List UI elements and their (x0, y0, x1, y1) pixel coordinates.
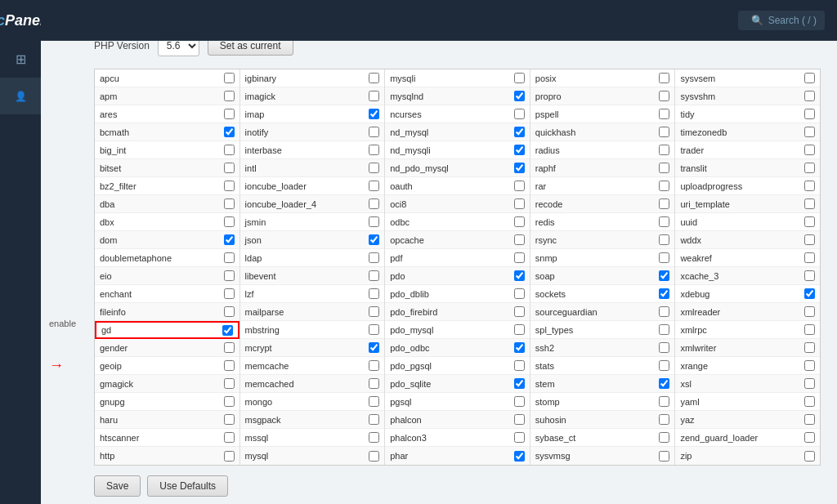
ext-checkbox-dbx[interactable] (224, 216, 235, 227)
ext-checkbox-interbase[interactable] (369, 145, 379, 155)
ext-checkbox-mongo[interactable] (369, 396, 379, 407)
ext-checkbox-ioncube_loader_4[interactable] (369, 198, 379, 209)
ext-checkbox-suhosin[interactable] (659, 414, 669, 425)
ext-checkbox-uuid[interactable] (804, 216, 815, 227)
ext-checkbox-zend_guard_loader[interactable] (804, 432, 815, 443)
ext-checkbox-pdo_pgsql[interactable] (514, 360, 525, 371)
ext-checkbox-igbinary[interactable] (369, 73, 379, 83)
ext-checkbox-inotify[interactable] (369, 127, 379, 137)
ext-checkbox-big_int[interactable] (224, 145, 235, 155)
ext-checkbox-gender[interactable] (224, 342, 235, 353)
ext-checkbox-phar[interactable] (514, 451, 525, 462)
ext-checkbox-pspell[interactable] (659, 109, 669, 119)
ext-checkbox-htscanner[interactable] (224, 432, 235, 443)
ext-checkbox-bitset[interactable] (224, 163, 235, 173)
ext-checkbox-mbstring[interactable] (369, 324, 379, 335)
ext-checkbox-doublemetaphone[interactable] (224, 252, 235, 263)
ext-checkbox-tidy[interactable] (804, 109, 815, 119)
sidebar-item-users[interactable]: 👤 (0, 78, 41, 114)
ext-checkbox-imap[interactable] (369, 109, 379, 119)
ext-checkbox-rar[interactable] (659, 181, 669, 191)
ext-checkbox-stem[interactable] (659, 378, 669, 389)
ext-checkbox-stomp[interactable] (659, 396, 669, 407)
ext-checkbox-eio[interactable] (224, 270, 235, 281)
ext-checkbox-yaml[interactable] (804, 396, 815, 407)
ext-checkbox-nd_mysqli[interactable] (514, 145, 525, 155)
ext-checkbox-trader[interactable] (804, 145, 815, 155)
ext-checkbox-ares[interactable] (224, 109, 235, 119)
ext-checkbox-spl_types[interactable] (659, 324, 669, 335)
ext-checkbox-soap[interactable] (659, 270, 669, 281)
ext-checkbox-xrange[interactable] (804, 360, 815, 371)
ext-checkbox-translit[interactable] (804, 163, 815, 173)
ext-checkbox-zip[interactable] (804, 451, 815, 462)
ext-checkbox-wddx[interactable] (804, 234, 815, 245)
ext-checkbox-msgpack[interactable] (369, 414, 379, 425)
ext-checkbox-json[interactable] (369, 234, 379, 245)
ext-checkbox-pdf[interactable] (514, 252, 525, 263)
ext-checkbox-pdo[interactable] (514, 270, 525, 281)
ext-checkbox-timezonedb[interactable] (804, 127, 815, 137)
ext-checkbox-bcmath[interactable] (224, 127, 235, 137)
ext-checkbox-radius[interactable] (659, 145, 669, 155)
ext-checkbox-phalcon3[interactable] (514, 432, 525, 443)
ext-checkbox-memcache[interactable] (369, 360, 379, 371)
ext-checkbox-oci8[interactable] (514, 198, 525, 209)
use-defaults-button[interactable]: Use Defaults (147, 475, 228, 497)
ext-checkbox-geoip[interactable] (224, 360, 235, 371)
ext-checkbox-sockets[interactable] (659, 288, 669, 299)
ext-checkbox-nd_mysql[interactable] (514, 127, 525, 137)
ext-checkbox-fileinfo[interactable] (224, 306, 235, 317)
ext-checkbox-sysvmsg[interactable] (659, 451, 669, 462)
ext-checkbox-mailparse[interactable] (369, 306, 379, 317)
ext-checkbox-pgsql[interactable] (514, 396, 525, 407)
ext-checkbox-mysqlnd[interactable] (514, 91, 525, 101)
ext-checkbox-xdebug[interactable] (804, 288, 815, 299)
ext-checkbox-imagick[interactable] (369, 91, 379, 101)
ext-checkbox-yaz[interactable] (804, 414, 815, 425)
ext-checkbox-mssql[interactable] (369, 432, 379, 443)
ext-checkbox-mysql[interactable] (369, 451, 379, 462)
ext-checkbox-gmagick[interactable] (224, 378, 235, 389)
ext-checkbox-odbc[interactable] (514, 216, 525, 227)
ext-checkbox-intl[interactable] (369, 163, 379, 173)
ext-checkbox-gnupg[interactable] (224, 396, 235, 407)
ext-checkbox-propro[interactable] (659, 91, 669, 101)
ext-checkbox-oauth[interactable] (514, 181, 525, 191)
ext-checkbox-uri_template[interactable] (804, 198, 815, 209)
ext-checkbox-gd[interactable] (222, 325, 233, 336)
ext-checkbox-recode[interactable] (659, 198, 669, 209)
ext-checkbox-uploadprogress[interactable] (804, 181, 815, 191)
ext-checkbox-apm[interactable] (224, 91, 235, 101)
ext-checkbox-http[interactable] (224, 451, 235, 462)
ext-checkbox-weakref[interactable] (804, 252, 815, 263)
ext-checkbox-jsmin[interactable] (369, 216, 379, 227)
ext-checkbox-redis[interactable] (659, 216, 669, 227)
ext-checkbox-sysvsem[interactable] (804, 73, 815, 83)
ext-checkbox-ldap[interactable] (369, 252, 379, 263)
ext-checkbox-bz2_filter[interactable] (224, 181, 235, 191)
sidebar-item-grid[interactable]: ⊞ (0, 41, 41, 78)
ext-checkbox-sybase_ct[interactable] (659, 432, 669, 443)
ext-checkbox-posix[interactable] (659, 73, 669, 83)
ext-checkbox-phalcon[interactable] (514, 414, 525, 425)
ext-checkbox-lzf[interactable] (369, 288, 379, 299)
save-button[interactable]: Save (94, 475, 141, 497)
ext-checkbox-apcu[interactable] (224, 73, 235, 83)
ext-checkbox-pdo_dblib[interactable] (514, 288, 525, 299)
ext-checkbox-xsl[interactable] (804, 378, 815, 389)
ext-checkbox-mcrypt[interactable] (369, 342, 379, 353)
ext-checkbox-pdo_sqlite[interactable] (514, 378, 525, 389)
ext-checkbox-libevent[interactable] (369, 270, 379, 281)
ext-checkbox-pdo_odbc[interactable] (514, 342, 525, 353)
ext-checkbox-enchant[interactable] (224, 288, 235, 299)
ext-checkbox-raphf[interactable] (659, 163, 669, 173)
ext-checkbox-xcache_3[interactable] (804, 270, 815, 281)
ext-checkbox-ssh2[interactable] (659, 342, 669, 353)
ext-checkbox-xmlreader[interactable] (804, 306, 815, 317)
ext-checkbox-dba[interactable] (224, 198, 235, 209)
ext-checkbox-snmp[interactable] (659, 252, 669, 263)
ext-checkbox-memcached[interactable] (369, 378, 379, 389)
ext-checkbox-ioncube_loader[interactable] (369, 181, 379, 191)
ext-checkbox-dom[interactable] (224, 234, 235, 245)
